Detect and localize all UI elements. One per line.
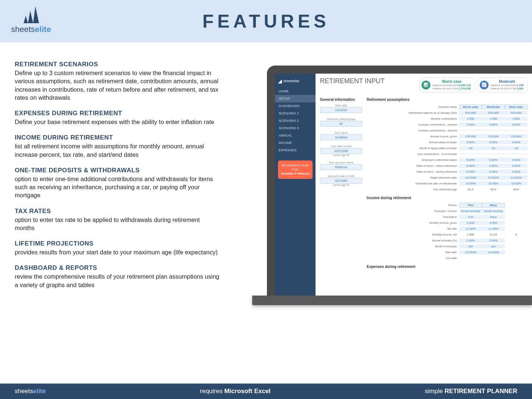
cell-value: 1,958: [459, 233, 482, 237]
cell-value[interactable]: [482, 130, 505, 131]
cell-value[interactable]: 10.00%: [459, 181, 482, 186]
cell-value[interactable]: Tom: [459, 215, 482, 219]
cell-value[interactable]: 5.00%: [505, 123, 528, 127]
sidebar-item-income[interactable]: INCOME: [275, 139, 316, 146]
cell-value[interactable]: Social security: [482, 209, 505, 213]
app-sidebar: ◢sheetselite HOMESETUPDASHBOARDSCENARIO …: [275, 74, 316, 296]
cell-value[interactable]: 2,200: [459, 221, 482, 225]
cell-value[interactable]: 6.25%: [482, 170, 505, 174]
cell-value[interactable]: 525,000: [505, 111, 528, 115]
cell-value[interactable]: 4.00%: [482, 123, 505, 127]
section-title: General information: [320, 98, 362, 102]
column-header[interactable]: Tom: [459, 203, 482, 208]
cell-value[interactable]: 6.50%: [505, 170, 528, 174]
cell-value[interactable]: 4.00%: [482, 140, 505, 144]
sidebar-item-annual[interactable]: ANNUAL: [275, 132, 316, 139]
feature-title: RETIREMENT SCENARIOS: [15, 61, 221, 68]
row-label: Monthly contributions: [367, 117, 459, 120]
sidebar-item-dashboard[interactable]: DASHBOARD: [275, 102, 316, 110]
sidebar-item-scenario-3[interactable]: SCENARIO 3: [275, 124, 316, 132]
cell-value: [482, 258, 505, 258]
cell-value[interactable]: 1/1/2030: [459, 176, 482, 180]
sidebar-item-home[interactable]: HOME: [275, 88, 316, 95]
cell-value[interactable]: 4.00%: [459, 140, 482, 144]
cell-value[interactable]: Jul: [505, 146, 528, 150]
cell-value[interactable]: 1/1/2031: [482, 176, 505, 180]
input-value[interactable]: 10/1/1968: [320, 148, 362, 154]
row-label: Estimated tax rate on withdrawals: [367, 182, 459, 185]
column-header[interactable]: Best case: [505, 105, 528, 109]
input-label: Your spouse's name: [320, 161, 362, 164]
cell-value[interactable]: 1,500: [459, 117, 482, 121]
cell-value[interactable]: 11.00%: [459, 227, 482, 231]
column-header[interactable]: Mary: [482, 203, 505, 208]
table-row: Your contributions - % of income: [367, 151, 528, 157]
table-header-row: PersonTomMary: [367, 202, 528, 208]
row-label: Tax rate: [367, 227, 459, 230]
cell-value[interactable]: 4.00%: [505, 140, 528, 144]
cell-value[interactable]: 1,500: [482, 117, 505, 121]
cell-value[interactable]: Jul: [482, 146, 505, 150]
row-label: Person: [367, 204, 459, 207]
input-value[interactable]: 1/1/2024: [320, 107, 362, 113]
row-label: Description: [367, 215, 459, 219]
table-row: Your retirement age61.062.063.0: [367, 186, 528, 192]
cell-value[interactable]: 9.00%: [505, 164, 528, 168]
cell-value[interactable]: Mary: [482, 215, 505, 219]
cell-value[interactable]: 2.00%: [482, 239, 505, 243]
input-value[interactable]: Rebecca: [320, 164, 362, 170]
cell-value[interactable]: [505, 153, 528, 154]
cell-value[interactable]: 5.00%: [505, 158, 528, 162]
cell-value[interactable]: 8.00%: [459, 164, 482, 168]
cell-value[interactable]: Jan: [482, 244, 505, 248]
cell-value[interactable]: 2.00%: [459, 239, 482, 243]
cell-value[interactable]: 10.00%: [482, 181, 505, 186]
sidebar-item-expenses[interactable]: EXPENSES: [275, 146, 316, 154]
input-value[interactable]: Jonathan: [320, 134, 362, 140]
column-header[interactable]: Worst case: [459, 105, 482, 109]
cell-value[interactable]: 5.00%: [459, 158, 482, 162]
cell-value: [505, 246, 528, 247]
cell-value[interactable]: 525,000: [482, 111, 505, 115]
cell-value: [505, 211, 528, 211]
cell-value[interactable]: Social security: [459, 209, 482, 213]
features-column: RETIREMENT SCENARIOSDefine up to 3 custo…: [15, 61, 221, 297]
cell-value[interactable]: 3.00%: [459, 123, 482, 127]
input-value[interactable]: 9/1/1969: [320, 178, 362, 184]
table-row: Tax rate11.00%11.00%: [367, 226, 528, 232]
cell-value[interactable]: 1/1/2032: [505, 176, 528, 180]
cell-value[interactable]: 120,000: [505, 134, 528, 138]
cell-value[interactable]: Jan: [459, 244, 482, 248]
card-value: 1,754,028: [458, 87, 471, 90]
feature-body: list all retirement income with assumpti…: [15, 142, 221, 159]
row-label: Annual increase (%): [367, 239, 459, 242]
cell-value[interactable]: 5.00%: [482, 158, 505, 162]
sidebar-item-scenario-1[interactable]: SCENARIO 1: [275, 110, 316, 117]
column-header[interactable]: Moderate: [482, 105, 505, 109]
cell-value[interactable]: 6.00%: [459, 170, 482, 174]
sidebar-item-scenario-2[interactable]: SCENARIO 2: [275, 117, 316, 124]
feature-title: EXPENSES DURING RETIREMENT: [15, 110, 221, 117]
cell-value[interactable]: 1/1/2035: [459, 250, 482, 254]
cell-value[interactable]: Jul: [459, 146, 482, 150]
page-header: sheetselite FEATURES: [0, 0, 532, 42]
cell-value[interactable]: 1,500: [505, 117, 528, 121]
cell-value[interactable]: 1/1/2036: [482, 250, 505, 254]
cell-value[interactable]: [505, 130, 528, 131]
feature-body: Define up to 3 custom retirement scenari…: [15, 69, 221, 102]
cell-value[interactable]: 120,000: [482, 134, 505, 138]
cell-value[interactable]: 525,000: [459, 111, 482, 115]
cell-value[interactable]: 8.50%: [482, 164, 505, 168]
cell-value[interactable]: [482, 153, 505, 154]
cell-value[interactable]: [459, 130, 482, 131]
cell-value[interactable]: 3,500: [482, 221, 505, 225]
cell-value[interactable]: 10.00%: [505, 181, 528, 186]
cell-value[interactable]: 120,000: [459, 134, 482, 138]
cell-value[interactable]: 11.00%: [482, 227, 505, 231]
sidebar-brand: sheetselite: [283, 79, 299, 83]
cell-value[interactable]: [459, 153, 482, 154]
sidebar-item-setup[interactable]: SETUP: [275, 95, 316, 102]
input-value[interactable]: 90: [320, 121, 362, 127]
cell-value: [459, 258, 482, 258]
page-title: FEATURES: [202, 11, 330, 32]
